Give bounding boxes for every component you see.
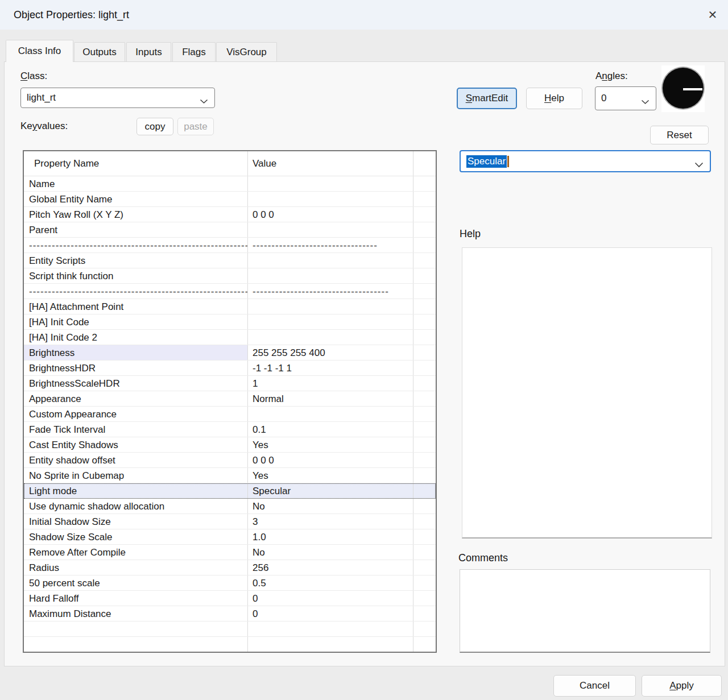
property-value-cell[interactable]: [248, 192, 413, 206]
table-row[interactable]: Brightness255 255 255 400: [24, 345, 436, 361]
property-name-cell[interactable]: [HA] Attachment Point: [24, 299, 248, 314]
property-name-cell[interactable]: Appearance: [24, 391, 248, 406]
table-row[interactable]: ----------------------------------------…: [24, 284, 436, 299]
property-name-cell[interactable]: Hard Falloff: [24, 591, 248, 606]
property-name-cell[interactable]: 50 percent scale: [24, 575, 248, 590]
table-row[interactable]: ----------------------------------------…: [24, 238, 436, 253]
table-row[interactable]: Entity shadow offset0 0 0: [24, 453, 436, 468]
angles-combobox[interactable]: 0: [595, 86, 656, 110]
table-row[interactable]: Initial Shadow Size3: [24, 514, 436, 529]
property-value-cell[interactable]: 0 0 0: [248, 453, 413, 467]
table-row[interactable]: [HA] Init Code: [24, 314, 436, 330]
table-row[interactable]: Hard Falloff0: [24, 591, 436, 606]
table-row[interactable]: Custom Appearance: [24, 407, 436, 422]
property-name-cell[interactable]: BrightnessHDR: [24, 361, 248, 375]
table-row[interactable]: Use dynamic shadow allocationNo: [24, 499, 436, 514]
property-name-cell[interactable]: Shadow Size Scale: [24, 529, 248, 544]
apply-button[interactable]: Apply: [642, 675, 722, 697]
table-row[interactable]: Shadow Size Scale1.0: [24, 529, 436, 545]
property-name-cell[interactable]: Initial Shadow Size: [24, 514, 248, 529]
property-name-cell[interactable]: [24, 637, 248, 652]
property-value-cell[interactable]: 3: [248, 514, 413, 529]
property-value-cell[interactable]: 0: [248, 591, 413, 606]
table-row[interactable]: Name: [24, 176, 436, 192]
tab-visgroup[interactable]: VisGroup: [216, 42, 277, 61]
property-name-cell[interactable]: BrightnessScaleHDR: [24, 376, 248, 391]
property-value-cell[interactable]: 1.0: [248, 529, 413, 544]
table-row[interactable]: BrightnessScaleHDR1: [24, 376, 436, 391]
property-name-cell[interactable]: [24, 622, 248, 636]
property-name-cell[interactable]: Entity shadow offset: [24, 453, 248, 467]
table-row[interactable]: Global Entity Name: [24, 192, 436, 207]
table-row[interactable]: Script think function: [24, 268, 436, 284]
table-row[interactable]: [24, 622, 436, 637]
property-value-cell[interactable]: [248, 622, 413, 636]
property-value-cell[interactable]: 0: [248, 606, 413, 621]
property-name-cell[interactable]: Radius: [24, 560, 248, 575]
property-value-cell[interactable]: [248, 330, 413, 345]
table-row[interactable]: Entity Scripts: [24, 253, 436, 268]
tab-flags[interactable]: Flags: [172, 42, 216, 61]
paste-button[interactable]: paste: [177, 118, 214, 135]
property-name-cell[interactable]: Maximum Distance: [24, 606, 248, 621]
property-name-cell[interactable]: Use dynamic shadow allocation: [24, 499, 248, 513]
property-value-cell[interactable]: -1 -1 -1 1: [248, 361, 413, 375]
value-combobox[interactable]: Specular: [460, 150, 711, 172]
table-row[interactable]: Cast Entity ShadowsYes: [24, 437, 436, 453]
table-row[interactable]: [24, 637, 436, 652]
property-name-cell[interactable]: Name: [24, 176, 248, 191]
table-row[interactable]: Remove After CompileNo: [24, 545, 436, 560]
property-name-cell[interactable]: [HA] Init Code 2: [24, 330, 248, 345]
property-value-cell[interactable]: [248, 407, 413, 421]
table-row[interactable]: Parent: [24, 222, 436, 238]
property-name-cell[interactable]: Global Entity Name: [24, 192, 248, 206]
copy-button[interactable]: copy: [136, 118, 173, 135]
table-row[interactable]: BrightnessHDR-1 -1 -1 1: [24, 361, 436, 376]
close-icon[interactable]: ✕: [704, 6, 721, 23]
help-button[interactable]: Help: [526, 88, 582, 109]
cancel-button[interactable]: Cancel: [553, 675, 636, 697]
table-row[interactable]: Fade Tick Interval0.1: [24, 422, 436, 437]
property-name-cell[interactable]: Light mode: [24, 483, 248, 498]
property-value-cell[interactable]: 255 255 255 400: [248, 345, 413, 360]
property-value-cell[interactable]: Yes: [248, 468, 413, 483]
comments-textarea[interactable]: [460, 569, 710, 653]
property-value-cell[interactable]: [248, 299, 413, 314]
property-value-cell[interactable]: 1: [248, 376, 413, 391]
property-value-cell[interactable]: [248, 637, 413, 652]
property-name-cell[interactable]: Cast Entity Shadows: [24, 437, 248, 452]
property-name-cell[interactable]: ----------------------------------------…: [24, 238, 248, 252]
property-value-cell[interactable]: No: [248, 499, 413, 513]
property-value-cell[interactable]: 0.5: [248, 575, 413, 590]
tab-outputs[interactable]: Outputs: [74, 42, 125, 61]
table-row[interactable]: No Sprite in CubemapYes: [24, 468, 436, 483]
property-value-cell[interactable]: [248, 176, 413, 191]
tab-class-info[interactable]: Class Info: [6, 40, 73, 62]
property-name-cell[interactable]: No Sprite in Cubemap: [24, 468, 248, 483]
property-value-cell[interactable]: Yes: [248, 437, 413, 452]
reset-button[interactable]: Reset: [650, 126, 709, 144]
property-name-cell[interactable]: [HA] Init Code: [24, 314, 248, 329]
property-value-cell[interactable]: 256: [248, 560, 413, 575]
property-value-cell[interactable]: [248, 314, 413, 329]
property-value-cell[interactable]: ---------------------------------: [248, 238, 413, 252]
property-value-cell[interactable]: [248, 222, 413, 237]
property-name-cell[interactable]: ----------------------------------------…: [24, 284, 248, 299]
property-value-cell[interactable]: 0 0 0: [248, 207, 413, 222]
property-name-cell[interactable]: Fade Tick Interval: [24, 422, 248, 437]
property-name-cell[interactable]: Parent: [24, 222, 248, 237]
property-value-cell[interactable]: [248, 253, 413, 268]
property-value-cell[interactable]: ------------------------------------: [248, 284, 413, 299]
table-row[interactable]: 50 percent scale0.5: [24, 575, 436, 591]
table-row[interactable]: Pitch Yaw Roll (X Y Z)0 0 0: [24, 207, 436, 222]
property-value-cell[interactable]: [248, 268, 413, 283]
property-value-cell[interactable]: Specular: [248, 483, 413, 498]
tab-inputs[interactable]: Inputs: [126, 42, 171, 61]
property-value-cell[interactable]: 0.1: [248, 422, 413, 437]
table-row[interactable]: Light modeSpecular: [24, 483, 436, 499]
property-value-cell[interactable]: Normal: [248, 391, 413, 406]
table-row[interactable]: Radius256: [24, 560, 436, 575]
property-name-cell[interactable]: Script think function: [24, 268, 248, 283]
property-name-cell[interactable]: Entity Scripts: [24, 253, 248, 268]
table-row[interactable]: Maximum Distance0: [24, 606, 436, 622]
